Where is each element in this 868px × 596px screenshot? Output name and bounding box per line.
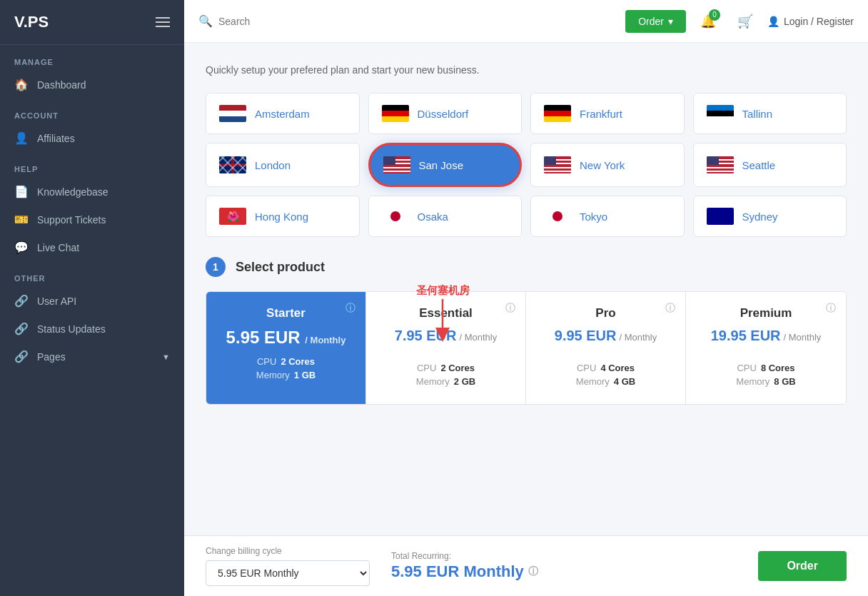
notification-badge: 0 [709,9,720,21]
sidebar: V.PS MANAGE 🏠 Dashboard ACCOUNT 👤 Affili… [0,0,184,596]
product-name: Starter [219,306,353,320]
menu-icon[interactable] [156,17,170,27]
flag-us [383,156,410,173]
sidebar-item-label: Support Tickets [37,214,106,226]
flag-us [544,156,571,173]
sidebar-item-affiliates[interactable]: 👤 Affiliates [0,124,184,152]
total-price: 5.95 EUR Monthly ⓘ [391,562,737,581]
flag-australia [707,208,734,225]
product-price: 9.95 EUR [555,328,617,344]
spec-cpu: CPU 8 Cores [699,363,833,373]
location-name: Düsseldorf [418,108,469,120]
sidebar-item-live-chat[interactable]: 💬 Live Chat [0,233,184,261]
chevron-down-icon: ▾ [668,16,673,27]
location-osaka[interactable]: Osaka [368,196,523,237]
sidebar-item-status-updates[interactable]: 🔗 Status Updates [0,315,184,343]
help-icon[interactable]: ⓘ [826,302,836,315]
product-premium[interactable]: ⓘ Premium 19.95 EUR / Monthly CPU 8 Core… [686,292,846,404]
sidebar-item-label: Dashboard [37,79,86,91]
order-btn-label: Order [638,16,664,27]
location-london[interactable]: London [206,143,360,187]
section-account: ACCOUNT [0,99,184,124]
location-name: Sydney [742,211,778,223]
spec-memory: Memory 8 GB [699,376,833,387]
spec-cpu: CPU 4 Cores [539,363,672,373]
product-price: 7.95 EUR [395,328,457,344]
location-sydney[interactable]: Sydney [693,196,847,237]
status-icon: 🔗 [14,322,29,335]
location-tokyo[interactable]: Tokyo [530,196,685,237]
section-manage: MANAGE [0,45,184,71]
sidebar-item-label: Knowledgebase [37,186,108,198]
flag-japan [544,208,571,225]
spec-memory: Memory 2 GB [379,376,513,387]
search-icon: 🔍 [198,14,213,28]
sidebar-item-user-api[interactable]: 🔗 User API [0,287,184,315]
total-label: Total Recurring: [391,551,737,561]
flag-japan [382,208,409,225]
location-hong-kong[interactable]: 🌺 Hong Kong [206,196,360,237]
billing-cycle-select[interactable]: 5.95 EUR Monthly 16.95 EUR Quarterly 32.… [206,560,370,586]
sidebar-item-dashboard[interactable]: 🏠 Dashboard [0,71,184,99]
location-amsterdam[interactable]: Amsterdam [206,93,360,134]
product-starter[interactable]: ⓘ Starter 5.95 EUR / Monthly CPU 2 Cores… [206,292,366,404]
login-register-button[interactable]: 👤 Login / Register [767,16,854,27]
sidebar-item-support-tickets[interactable]: 🎫 Support Tickets [0,206,184,233]
sidebar-item-pages[interactable]: 🔗 Pages ▼ [0,343,184,370]
main-content: 🔍 Order ▾ 🔔 0 🛒 👤 Login / Register Quick… [184,0,868,596]
location-frankfurt[interactable]: Frankfurt [530,93,685,134]
location-name: Tallinn [742,108,773,120]
spec-memory: Memory 4 GB [539,376,672,387]
sidebar-logo: V.PS [0,0,184,45]
pages-icon: 🔗 [14,350,29,363]
order-button[interactable]: Order ▾ [625,10,686,33]
flag-germany [544,105,571,122]
product-name: Essential [379,306,513,320]
product-name: Premium [699,306,833,320]
sidebar-item-knowledgebase[interactable]: 📄 Knowledgebase [0,178,184,206]
sidebar-item-label: Live Chat [37,242,79,253]
sidebar-item-label: User API [37,296,76,307]
location-name: Amsterdam [255,108,310,120]
cart-icon[interactable]: 🛒 [730,14,760,29]
chat-icon: 💬 [14,241,29,254]
product-grid: ⓘ Starter 5.95 EUR / Monthly CPU 2 Cores… [206,291,847,405]
notification-bell[interactable]: 🔔 0 [693,14,723,29]
home-icon: 🏠 [14,78,29,91]
order-bottom-button[interactable]: Order [758,551,847,581]
total-help-icon[interactable]: ⓘ [528,565,538,578]
spec-cpu: CPU 2 Cores [219,356,353,367]
help-icon[interactable]: ⓘ [505,302,515,315]
search-input[interactable] [218,16,618,27]
logo-text: V.PS [14,13,49,31]
product-pro[interactable]: ⓘ Pro 9.95 EUR / Monthly CPU 4 Cores Mem… [526,292,686,404]
affiliates-icon: 👤 [14,131,29,145]
product-price: 5.95 EUR / Monthly [219,328,353,348]
help-icon[interactable]: ⓘ [345,302,355,315]
ticket-icon: 🎫 [14,213,29,226]
location-name: New York [580,159,625,171]
search-bar: 🔍 [198,14,618,28]
page-subtitle: Quickly setup your prefered plan and sta… [206,64,847,76]
product-name: Pro [539,306,672,320]
location-tallinn[interactable]: Tallinn [693,93,847,134]
api-icon: 🔗 [14,294,29,308]
flag-hk: 🌺 [219,208,246,225]
login-label: Login / Register [784,16,854,27]
location-san-jose[interactable]: San Jose [368,143,523,187]
help-icon[interactable]: ⓘ [665,302,675,315]
product-price: 19.95 EUR [711,328,781,344]
knowledgebase-icon: 📄 [14,185,29,198]
product-essential[interactable]: ⓘ Essential 7.95 EUR / Monthly CPU 2 Cor… [366,292,526,404]
location-dusseldorf[interactable]: Düsseldorf [368,93,523,134]
billing-section: Change billing cycle 5.95 EUR Monthly 16… [206,546,370,586]
location-grid: Amsterdam Düsseldorf Frankfurt Tallinn L… [206,93,847,237]
location-new-york[interactable]: New York [530,143,685,187]
location-name: Osaka [418,211,448,223]
location-seattle[interactable]: Seattle [693,143,847,187]
page-content: Quickly setup your prefered plan and sta… [184,43,868,535]
flag-germany [382,105,409,122]
sidebar-item-label: Affiliates [37,133,75,144]
spec-cpu: CPU 2 Cores [379,363,513,373]
spec-memory: Memory 1 GB [219,370,353,380]
